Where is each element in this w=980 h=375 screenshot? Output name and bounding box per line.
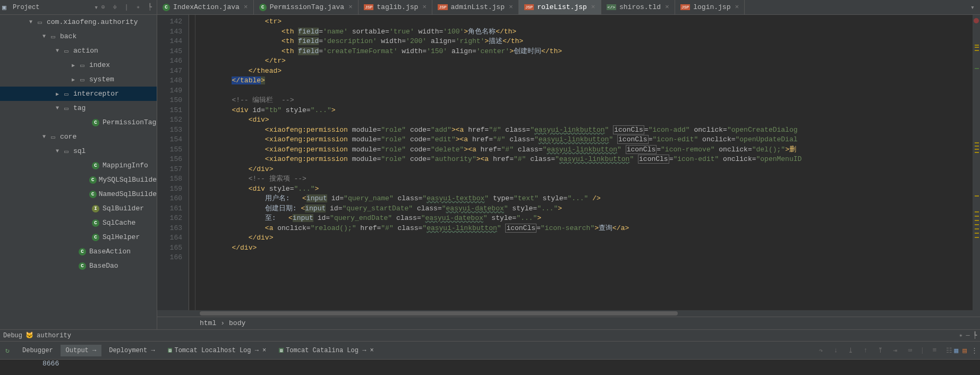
- more-icon[interactable]: ⋮: [971, 346, 978, 355]
- warn-mark[interactable]: [975, 195, 979, 197]
- horizontal-scrollbar[interactable]: [157, 310, 980, 317]
- chevron-right-icon: ›: [220, 319, 225, 327]
- close-icon[interactable]: ×: [348, 3, 353, 11]
- crumb-html[interactable]: html: [200, 319, 216, 327]
- project-tree[interactable]: ▼▭com.xiaofeng.authority▼▭back▼▭action▶▭…: [0, 15, 157, 329]
- warn-mark[interactable]: [975, 142, 979, 143]
- editor-tab[interactable]: JSPlogin.jsp×: [675, 0, 745, 14]
- warn-mark[interactable]: [975, 216, 979, 217]
- tw-tab[interactable]: Output →: [61, 345, 102, 356]
- tree-node[interactable]: ▶▭system: [0, 72, 157, 87]
- step-out-icon[interactable]: ↑: [861, 346, 871, 355]
- tool-window-tabs[interactable]: DebuggerOutput →Deployment →▤Tomcat Loca…: [17, 345, 816, 356]
- divider: |: [122, 3, 131, 12]
- tree-node[interactable]: CSqlHelper: [0, 230, 157, 244]
- editor-tab[interactable]: </>shiros.tld×: [601, 0, 675, 14]
- editor-tab[interactable]: JSPtaglib.jsp×: [359, 0, 432, 14]
- code-lines[interactable]: <tr> <th field='name' sortable='true' wi…: [195, 15, 980, 310]
- step-over-icon[interactable]: ↷: [816, 346, 826, 355]
- line-gutter: 1421431441451461471481491501511521531541…: [157, 15, 189, 310]
- tree-node[interactable]: ▼▭action: [0, 44, 157, 58]
- warn-mark[interactable]: [975, 228, 979, 229]
- step-into-icon[interactable]: ↓: [831, 346, 841, 355]
- evaluate-icon[interactable]: ⌨: [906, 346, 915, 355]
- server-icon[interactable]: ▤: [962, 346, 967, 355]
- code-editor[interactable]: 1421431441451461471481491501511521531541…: [157, 15, 980, 310]
- editor-tabs[interactable]: CIndexAction.java×CPermissionTag.java×JS…: [157, 0, 980, 15]
- tw-tab[interactable]: Deployment →: [104, 345, 160, 356]
- tw-tab[interactable]: ▤Tomcat Catalina Log → ×: [274, 345, 379, 356]
- target-icon[interactable]: ⊕: [98, 3, 108, 12]
- tree-node[interactable]: ▼▭sql: [0, 144, 157, 158]
- tree-node[interactable]: ▶▭index: [0, 58, 157, 72]
- tab-list-icon[interactable]: ▾: [965, 0, 980, 14]
- close-icon[interactable]: ×: [735, 3, 739, 11]
- tree-node[interactable]: ▼▭core: [0, 130, 157, 144]
- settings-icon[interactable]: ☷: [944, 346, 954, 355]
- warn-mark[interactable]: [975, 211, 979, 212]
- close-icon[interactable]: ×: [509, 3, 513, 11]
- editor-tab[interactable]: JSPadminList.jsp×: [432, 0, 519, 14]
- warn-mark[interactable]: [975, 237, 979, 238]
- warn-mark[interactable]: [975, 47, 979, 48]
- tool-window: ↻ DebuggerOutput →Deployment →▤Tomcat Lo…: [0, 341, 980, 359]
- fold-column[interactable]: [189, 15, 195, 310]
- tree-node[interactable]: CBaseAction: [0, 244, 157, 259]
- warn-mark[interactable]: [975, 152, 979, 153]
- editor-tab[interactable]: CIndexAction.java×: [157, 0, 254, 14]
- tree-node[interactable]: ▼▭back: [0, 29, 157, 44]
- debug-step-icons: ↷ ↓ ⤓ ↑ ⤒ ⇥ ⌨ | ≡ ☷: [816, 346, 955, 355]
- close-icon[interactable]: ×: [244, 3, 248, 11]
- tree-node[interactable]: ▼▭com.xiaofeng.authority: [0, 15, 157, 29]
- drop-frame-icon[interactable]: ⤒: [876, 346, 885, 355]
- tree-node[interactable]: CMappingInfo: [0, 158, 157, 173]
- threads-icon[interactable]: ≡: [930, 346, 939, 355]
- tree-node[interactable]: ISqlBuilder: [0, 201, 157, 216]
- warn-mark[interactable]: [975, 224, 979, 225]
- warn-mark[interactable]: [975, 45, 979, 46]
- dropdown-icon[interactable]: ▾: [94, 3, 98, 12]
- rerun-icon[interactable]: ↻: [2, 347, 13, 354]
- tw-tab[interactable]: Debugger: [17, 345, 58, 356]
- error-stripe[interactable]: [973, 15, 980, 310]
- editor-area: CIndexAction.java×CPermissionTag.java×JS…: [157, 0, 980, 329]
- close-icon[interactable]: ×: [422, 3, 427, 11]
- close-icon[interactable]: ×: [591, 3, 595, 11]
- project-icon: ▣: [2, 3, 11, 12]
- collapse-icon[interactable]: ≑: [110, 3, 120, 12]
- output-area[interactable]: 8666: [0, 359, 980, 375]
- project-header: ▣ Project ▾ ⊕ ≑ | ✴ ┡: [0, 0, 157, 15]
- editor-tab[interactable]: CPermissionTag.java×: [254, 0, 359, 14]
- close-icon[interactable]: ×: [665, 3, 669, 11]
- tree-node[interactable]: CNamedSqlBuilde: [0, 187, 157, 201]
- gear-icon[interactable]: ✴: [133, 3, 143, 12]
- debug-label: Debug: [3, 332, 22, 339]
- warn-mark[interactable]: [975, 146, 979, 147]
- hide-icon[interactable]: ┡: [145, 3, 155, 12]
- ok-mark[interactable]: [975, 68, 979, 69]
- force-step-into-icon[interactable]: ⤓: [846, 346, 856, 355]
- warn-mark[interactable]: [975, 220, 979, 221]
- debug-bar: Debug 🐱 authority ✴ — ┡: [0, 329, 980, 341]
- layout-icon[interactable]: ▦: [954, 346, 958, 355]
- tree-node[interactable]: CSqlCache: [0, 216, 157, 230]
- editor-tab[interactable]: JSProleList.jsp×: [519, 0, 601, 14]
- warn-mark[interactable]: [975, 149, 979, 150]
- warn-mark[interactable]: [975, 233, 979, 234]
- tree-node[interactable]: CMySQLSqlBuilde: [0, 173, 157, 187]
- tree-node[interactable]: ▼▭tag: [0, 101, 157, 115]
- scroll-thumb[interactable]: [200, 311, 678, 316]
- gear-icon[interactable]: ✴: [959, 331, 962, 339]
- tw-tab[interactable]: ▤Tomcat Localhost Log → ×: [163, 345, 272, 356]
- run-to-cursor-icon[interactable]: ⇥: [891, 346, 900, 355]
- tree-node[interactable]: CPermissionTag: [0, 115, 157, 130]
- minimize-icon[interactable]: —: [966, 332, 970, 339]
- tree-node[interactable]: ▶▭interceptor: [0, 87, 157, 101]
- hide-icon[interactable]: ┡: [973, 331, 977, 339]
- crumb-body[interactable]: body: [229, 319, 245, 327]
- project-panel: ▣ Project ▾ ⊕ ≑ | ✴ ┡ ▼▭com.xiaofeng.aut…: [0, 0, 157, 329]
- tree-node[interactable]: CBaseDao: [0, 259, 157, 273]
- warn-mark[interactable]: [975, 50, 979, 51]
- breadcrumbs[interactable]: html › body: [157, 317, 980, 329]
- error-indicator[interactable]: [974, 18, 979, 23]
